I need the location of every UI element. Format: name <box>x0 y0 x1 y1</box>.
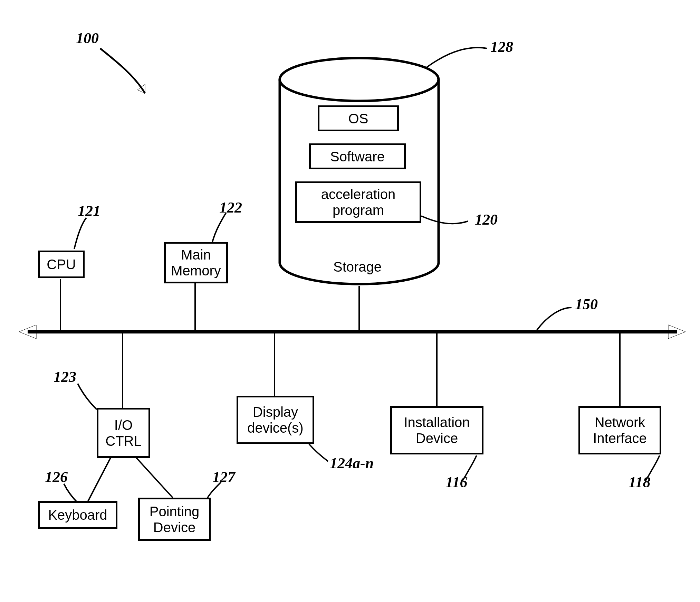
pointing-box: Pointing Device <box>138 498 211 541</box>
ref-126: 126 <box>45 468 68 486</box>
svg-marker-15 <box>137 84 145 93</box>
ref-123: 123 <box>54 368 76 386</box>
ref-121: 121 <box>78 202 100 220</box>
ioctrl-box: I/O CTRL <box>97 408 150 458</box>
install-box: Installation Device <box>390 406 483 454</box>
ref-128: 128 <box>490 38 513 56</box>
svg-marker-2 <box>668 325 685 339</box>
display-label: Display device(s) <box>247 404 303 436</box>
memory-label: Main Memory <box>171 247 221 279</box>
memory-box: Main Memory <box>164 242 228 283</box>
pointing-label: Pointing Device <box>150 504 200 535</box>
storage-accel-box: acceleration program <box>295 181 421 223</box>
keyboard-box: Keyboard <box>38 501 117 529</box>
diagram-canvas: 100 OS Software acceleration program Sto… <box>0 0 700 602</box>
svg-line-10 <box>88 458 111 501</box>
ref-124an: 124a-n <box>330 454 374 472</box>
ref-120: 120 <box>475 211 498 228</box>
storage-software-label: Software <box>330 149 385 164</box>
display-box: Display device(s) <box>237 396 314 444</box>
ref-122: 122 <box>219 199 242 216</box>
ref-116: 116 <box>445 473 468 491</box>
network-label: Network Interface <box>593 414 647 446</box>
svg-line-11 <box>136 458 173 498</box>
storage-software-box: Software <box>309 143 406 169</box>
cpu-box: CPU <box>38 251 85 278</box>
ref-100: 100 <box>76 29 99 47</box>
storage-label: Storage <box>333 259 382 275</box>
ref-127: 127 <box>212 468 235 486</box>
svg-point-12 <box>280 58 439 101</box>
storage-os-label: OS <box>348 111 368 126</box>
svg-marker-1 <box>19 325 36 339</box>
network-box: Network Interface <box>578 406 661 454</box>
ioctrl-label: I/O CTRL <box>105 417 141 449</box>
install-label: Installation Device <box>404 414 470 446</box>
cpu-label: CPU <box>47 256 76 272</box>
keyboard-label: Keyboard <box>48 507 107 523</box>
ref-150: 150 <box>575 295 598 313</box>
ref-118: 118 <box>629 473 651 491</box>
storage-os-box: OS <box>318 105 399 131</box>
storage-accel-label: acceleration program <box>321 186 396 218</box>
